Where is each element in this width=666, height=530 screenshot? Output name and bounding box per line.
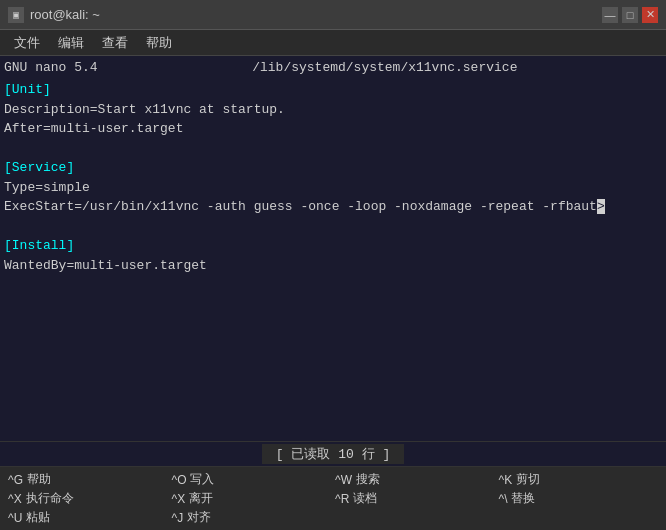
shortcut-key-write: ^O — [172, 473, 187, 487]
editor-line — [4, 334, 662, 354]
main-content: GNU nano 5.4 /lib/systemd/system/x11vnc.… — [0, 56, 666, 530]
shortcut-key-exec: ^X — [8, 492, 22, 506]
editor-line — [4, 314, 662, 334]
editor-line — [4, 295, 662, 315]
shortcut-key-replace: ^\ — [499, 492, 508, 506]
window-controls: — □ ✕ — [602, 7, 658, 23]
shortcut-label-exec: 执行命令 — [26, 490, 74, 507]
shortcut-label-write: 写入 — [190, 471, 214, 488]
shortcut-cut: ^K 剪切 — [499, 471, 659, 488]
shortcut-write: ^O 写入 — [172, 471, 332, 488]
shortcut-key-search: ^W — [335, 473, 352, 487]
editor-area[interactable]: [Unit]Description=Start x11vnc at startu… — [0, 78, 666, 441]
nano-header: GNU nano 5.4 /lib/systemd/system/x11vnc.… — [0, 56, 666, 78]
editor-line — [4, 217, 662, 237]
menu-view[interactable]: 查看 — [94, 32, 136, 54]
editor-line: [Install] — [4, 236, 662, 256]
shortcut-paste: ^U 粘贴 — [8, 509, 168, 526]
menu-edit[interactable]: 编辑 — [50, 32, 92, 54]
shortcut-exit: ^X 离开 — [172, 490, 332, 507]
editor-line — [4, 275, 662, 295]
editor-line: [Service] — [4, 158, 662, 178]
shortcut-read: ^R 读档 — [335, 490, 495, 507]
editor-line: WantedBy=multi-user.target — [4, 256, 662, 276]
window-title: root@kali: ~ — [30, 7, 100, 22]
editor-line: Description=Start x11vnc at startup. — [4, 100, 662, 120]
shortcut-key-cut: ^K — [499, 473, 513, 487]
title-bar: ▣ root@kali: ~ — □ ✕ — [0, 0, 666, 30]
close-button[interactable]: ✕ — [642, 7, 658, 23]
maximize-button[interactable]: □ — [622, 7, 638, 23]
minimize-button[interactable]: — — [602, 7, 618, 23]
shortcut-label-replace: 替换 — [511, 490, 535, 507]
shortcut-exec: ^X 执行命令 — [8, 490, 168, 507]
menu-help[interactable]: 帮助 — [138, 32, 180, 54]
editor-line: [Unit] — [4, 80, 662, 100]
shortcut-label-align: 对齐 — [187, 509, 211, 526]
shortcut-key-read: ^R — [335, 492, 349, 506]
menu-file[interactable]: 文件 — [6, 32, 48, 54]
editor-line: After=multi-user.target — [4, 119, 662, 139]
shortcut-label-paste: 粘贴 — [26, 509, 50, 526]
status-bar: [ 已读取 10 行 ] — [0, 441, 666, 467]
shortcuts-bar: ^G 帮助 ^O 写入 ^W 搜索 ^K 剪切 ^X 执行命令 ^X 离开 ^R… — [0, 467, 666, 530]
shortcut-label-cut: 剪切 — [516, 471, 540, 488]
shortcut-key-exit: ^X — [172, 492, 186, 506]
shortcut-search: ^W 搜索 — [335, 471, 495, 488]
shortcut-align: ^J 对齐 — [172, 509, 332, 526]
shortcut-label-help: 帮助 — [27, 471, 51, 488]
terminal-icon: ▣ — [8, 7, 24, 23]
title-bar-left: ▣ root@kali: ~ — [8, 7, 100, 23]
shortcut-key-help: ^G — [8, 473, 23, 487]
editor-line — [4, 412, 662, 432]
editor-line — [4, 353, 662, 373]
editor-line: Type=simple — [4, 178, 662, 198]
editor-line — [4, 392, 662, 412]
editor-line: ExecStart=/usr/bin/x11vnc -auth guess -o… — [4, 197, 662, 217]
menu-bar: 文件 编辑 查看 帮助 — [0, 30, 666, 56]
shortcut-label-read: 读档 — [353, 490, 377, 507]
editor-line — [4, 373, 662, 393]
shortcut-key-align: ^J — [172, 511, 184, 525]
shortcut-replace: ^\ 替换 — [499, 490, 659, 507]
shortcut-key-paste: ^U — [8, 511, 22, 525]
editor-line — [4, 431, 662, 441]
shortcut-label-search: 搜索 — [356, 471, 380, 488]
nano-version: GNU nano 5.4 — [4, 60, 108, 75]
shortcut-label-exit: 离开 — [189, 490, 213, 507]
nano-filepath: /lib/systemd/system/x11vnc.service — [108, 60, 662, 75]
shortcut-help: ^G 帮助 — [8, 471, 168, 488]
editor-line — [4, 139, 662, 159]
status-text: [ 已读取 10 行 ] — [262, 444, 404, 464]
